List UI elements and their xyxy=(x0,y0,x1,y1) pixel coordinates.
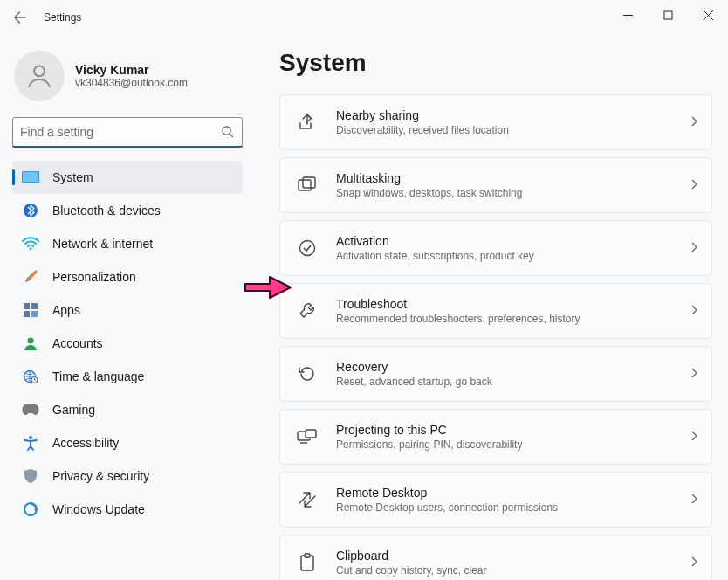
shield-icon xyxy=(21,466,40,486)
card-title: Remote Desktop xyxy=(336,485,689,501)
clipboard-icon xyxy=(296,551,319,574)
svg-point-11 xyxy=(28,338,34,344)
card-subtitle: Recommended troubleshooters, preferences… xyxy=(336,312,689,326)
svg-point-2 xyxy=(223,127,230,135)
project-icon xyxy=(296,425,319,448)
nav-label: Network & internet xyxy=(52,237,153,251)
search-input[interactable] xyxy=(12,117,243,147)
user-email: vk304836@outlook.com xyxy=(75,77,188,89)
brush-icon xyxy=(21,267,40,287)
card-title: Recovery xyxy=(336,359,689,375)
card-nearby-sharing[interactable]: Nearby sharingDiscoverability, received … xyxy=(279,94,712,150)
svg-point-6 xyxy=(30,248,32,251)
nav-label: Privacy & security xyxy=(52,469,149,483)
user-card[interactable]: Vicky Kumar vk304836@outlook.com xyxy=(14,51,243,101)
maximize-button[interactable] xyxy=(648,0,688,30)
page-title: System xyxy=(279,49,712,77)
account-icon xyxy=(21,334,40,353)
svg-rect-22 xyxy=(305,554,310,557)
chevron-right-icon xyxy=(689,556,699,570)
nav-item-apps[interactable]: Apps xyxy=(12,293,243,327)
close-button[interactable] xyxy=(688,0,728,30)
svg-rect-7 xyxy=(24,303,30,309)
nav-item-system[interactable]: System xyxy=(12,161,243,194)
nav-list: System Bluetooth & devices Network & int… xyxy=(12,161,243,526)
nav-item-bluetooth[interactable]: Bluetooth & devices xyxy=(12,194,243,227)
nav-label: Time & language xyxy=(52,369,144,383)
card-projecting[interactable]: Projecting to this PCPermissions, pairin… xyxy=(279,409,712,465)
svg-point-1 xyxy=(34,66,45,76)
person-icon xyxy=(24,61,54,91)
nav-item-network[interactable]: Network & internet xyxy=(12,227,243,260)
display-icon xyxy=(21,168,40,187)
card-title: Activation xyxy=(336,233,689,249)
card-subtitle: Permissions, pairing PIN, discoverabilit… xyxy=(336,438,689,452)
accessibility-icon xyxy=(21,433,40,452)
card-multitasking[interactable]: MultitaskingSnap windows, desktops, task… xyxy=(279,157,712,213)
nav-label: Windows Update xyxy=(52,502,145,516)
nav-label: Personalization xyxy=(52,270,136,284)
nav-item-personalization[interactable]: Personalization xyxy=(12,260,243,293)
wrench-icon xyxy=(296,300,319,322)
svg-rect-0 xyxy=(664,11,672,19)
remote-icon xyxy=(296,488,319,511)
card-troubleshoot[interactable]: TroubleshootRecommended troubleshooters,… xyxy=(279,283,712,339)
search-icon xyxy=(221,125,234,141)
nav-item-time-language[interactable]: Time & language xyxy=(12,360,243,393)
share-arrow-icon xyxy=(296,111,319,134)
svg-rect-20 xyxy=(306,430,316,438)
nav-label: Gaming xyxy=(52,403,95,417)
nav-label: Accounts xyxy=(52,336,103,350)
minimize-button[interactable] xyxy=(608,0,648,30)
card-title: Projecting to this PC xyxy=(336,422,689,438)
minimize-icon xyxy=(623,10,633,20)
card-activation[interactable]: ActivationActivation state, subscription… xyxy=(279,220,712,276)
check-circle-icon xyxy=(296,237,319,259)
nav-label: System xyxy=(52,170,93,184)
annotation-arrow xyxy=(244,272,292,303)
globe-clock-icon xyxy=(21,367,40,386)
card-subtitle: Snap windows, desktops, task switching xyxy=(336,186,689,200)
card-title: Multitasking xyxy=(336,170,689,186)
back-button[interactable] xyxy=(5,3,35,32)
chevron-right-icon xyxy=(689,430,699,444)
svg-rect-10 xyxy=(31,311,38,317)
nav-item-gaming[interactable]: Gaming xyxy=(12,393,243,426)
card-subtitle: Remote Desktop users, connection permiss… xyxy=(336,501,689,514)
bluetooth-icon xyxy=(21,201,40,220)
close-icon xyxy=(704,10,713,20)
card-recovery[interactable]: RecoveryReset, advanced startup, go back xyxy=(279,346,712,402)
nav-label: Apps xyxy=(52,303,80,317)
card-title: Troubleshoot xyxy=(336,296,689,312)
card-subtitle: Discoverability, received files location xyxy=(336,123,689,137)
arrow-left-icon xyxy=(13,10,27,24)
card-subtitle: Reset, advanced startup, go back xyxy=(336,375,689,389)
chevron-right-icon xyxy=(689,241,699,255)
nav-label: Bluetooth & devices xyxy=(52,204,161,218)
nav-item-accounts[interactable]: Accounts xyxy=(12,327,243,360)
app-title: Settings xyxy=(44,11,81,24)
svg-rect-16 xyxy=(299,180,311,190)
svg-point-14 xyxy=(29,436,32,439)
user-name: Vicky Kumar xyxy=(75,63,188,77)
svg-rect-17 xyxy=(303,177,315,188)
card-subtitle: Activation state, subscriptions, product… xyxy=(336,249,689,263)
history-icon xyxy=(296,362,319,385)
chevron-right-icon xyxy=(689,493,699,507)
card-title: Nearby sharing xyxy=(336,107,689,123)
nav-item-windows-update[interactable]: Windows Update xyxy=(12,493,243,526)
gamepad-icon xyxy=(21,400,40,419)
nav-item-accessibility[interactable]: Accessibility xyxy=(12,426,243,459)
chevron-right-icon xyxy=(689,304,699,318)
card-remote-desktop[interactable]: Remote DesktopRemote Desktop users, conn… xyxy=(279,472,712,528)
card-subtitle: Cut and copy history, sync, clear xyxy=(336,563,689,577)
svg-point-18 xyxy=(300,241,315,256)
card-clipboard[interactable]: ClipboardCut and copy history, sync, cle… xyxy=(279,535,712,580)
multitask-icon xyxy=(296,174,319,197)
apps-icon xyxy=(21,300,40,320)
maximize-icon xyxy=(663,10,673,20)
nav-label: Accessibility xyxy=(52,436,119,450)
nav-item-privacy[interactable]: Privacy & security xyxy=(12,459,243,493)
card-title: Clipboard xyxy=(336,548,689,563)
svg-rect-8 xyxy=(31,303,38,309)
